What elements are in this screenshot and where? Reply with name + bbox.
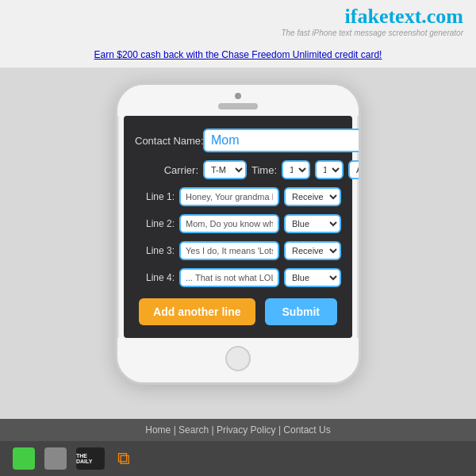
line-4-input[interactable] (179, 268, 279, 287)
add-line-button[interactable]: Add another line (139, 298, 255, 325)
ad-banner: Earn $200 cash back with the Chase Freed… (0, 39, 476, 68)
ampm-select[interactable]: AM PM (348, 160, 361, 179)
daily-icon: THE DAILY (76, 447, 105, 470)
line-1-row: Line 1: Received Blue Green (135, 187, 341, 206)
time-label: Time: (251, 164, 277, 176)
home-button[interactable] (225, 346, 251, 371)
carrier-select[interactable]: T-M ... AT&T Verizon Sprint (203, 160, 247, 179)
camera-icon (235, 93, 241, 99)
footer-bar: THE DAILY ⧉ (0, 441, 476, 476)
line-1-label: Line 1: (135, 191, 175, 202)
contact-name-input[interactable] (203, 129, 361, 152)
site-header: ifaketext.com The fast iPhone text messa… (0, 0, 476, 39)
footer-icon-1 (13, 447, 35, 470)
site-subtitle: The fast iPhone text message screenshot … (13, 29, 463, 37)
line-3-type-select[interactable]: Received Blue Green (284, 241, 341, 260)
line-2-label: Line 2: (135, 218, 175, 229)
footer-nav: Home | Search | Privacy Policy | Contact… (0, 419, 476, 441)
phone-top (117, 85, 359, 116)
site-title: ifaketext.com (13, 5, 463, 29)
carrier-label: Carrier: (135, 164, 198, 176)
line-3-input[interactable] (179, 241, 279, 260)
time-hour-select[interactable]: 10 1234 5678 91112 (282, 160, 310, 179)
line-4-type-select[interactable]: Blue Received Green (284, 268, 341, 287)
phone-screen: Contact Name: Carrier: T-M ... AT&T Veri… (124, 116, 352, 338)
line-2-type-select[interactable]: Blue Received Green (284, 214, 341, 233)
rss-icon: ⧉ (117, 448, 130, 469)
contact-label: Contact Name: (135, 135, 198, 147)
iphone-shell: Contact Name: Carrier: T-M ... AT&T Veri… (115, 83, 361, 385)
line-1-type-select[interactable]: Received Blue Green (284, 187, 341, 206)
ad-link[interactable]: Earn $200 cash back with the Chase Freed… (94, 49, 382, 60)
line-4-label: Line 4: (135, 272, 175, 283)
footer-icon-2 (44, 447, 67, 470)
submit-button[interactable]: Submit (265, 298, 337, 325)
page-body: Contact Name: Carrier: T-M ... AT&T Veri… (0, 68, 476, 419)
line-4-row: Line 4: Blue Received Green (135, 268, 341, 287)
footer-links: Home | Search | Privacy Policy | Contact… (145, 424, 330, 436)
phone-bottom (117, 338, 359, 382)
speaker-icon (218, 103, 258, 109)
carrier-time-row: Carrier: T-M ... AT&T Verizon Sprint Tim… (135, 160, 341, 179)
line-3-row: Line 3: Received Blue Green (135, 241, 341, 260)
line-2-input[interactable] (179, 214, 279, 233)
action-buttons: Add another line Submit (135, 298, 341, 325)
contact-name-row: Contact Name: (135, 129, 341, 152)
time-minute-select[interactable]: 17 00051015 20253035 40455055 (315, 160, 344, 179)
line-1-input[interactable] (179, 187, 279, 206)
line-3-label: Line 3: (135, 245, 175, 256)
line-2-row: Line 2: Blue Received Green (135, 214, 341, 233)
